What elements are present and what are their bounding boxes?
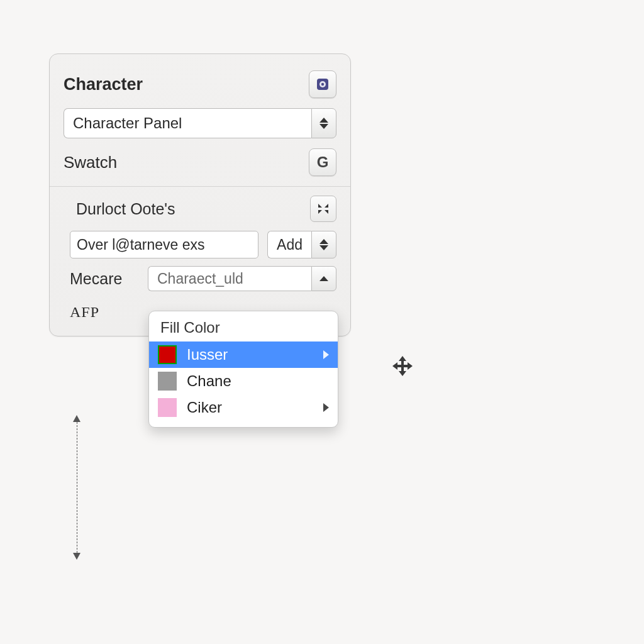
submenu-arrow-icon [323, 403, 329, 412]
popup-item-chane[interactable]: Chane [149, 368, 338, 394]
add-label: Add [267, 231, 311, 258]
character-panel: Character Character Panel Swatch G Durlo… [49, 53, 351, 336]
section2-row: Durloct Oote's [50, 191, 350, 227]
mecare-select[interactable]: Charaect_uld [148, 266, 336, 291]
svg-marker-4 [325, 204, 328, 208]
popup-item-label: Iusser [187, 346, 228, 364]
fill-color-popup: Fill Color Iusser Chane Ciker [148, 311, 338, 428]
popup-item-ciker[interactable]: Ciker [149, 394, 338, 421]
swatch-row: Swatch G [50, 143, 350, 181]
swatch-button[interactable]: G [309, 148, 336, 176]
popup-item-iusser[interactable]: Iusser [149, 341, 338, 368]
arrow-up-icon [73, 415, 80, 422]
panel-header-row: Character [50, 65, 350, 103]
panel-title: Character [64, 75, 309, 94]
swatch-label: Swatch [64, 153, 309, 172]
mecare-select-value: Charaect_uld [148, 266, 311, 291]
character-select-value: Character Panel [64, 108, 311, 138]
popup-item-label: Ciker [187, 399, 222, 416]
mecare-stepper[interactable] [311, 266, 336, 291]
chevron-up-icon [319, 239, 328, 244]
swatch-gray-icon [158, 372, 177, 391]
add-stepper[interactable]: Add [267, 231, 336, 258]
svg-point-2 [321, 83, 324, 86]
submenu-arrow-icon [323, 350, 329, 359]
mecare-row: Mecare Charaect_uld [50, 262, 350, 295]
collapse-icon [317, 203, 330, 215]
mecare-label: Mecare [70, 270, 139, 288]
over-row: Over l@tarneve exs Add [50, 227, 350, 262]
svg-marker-6 [325, 210, 328, 214]
swatch-red-icon [158, 345, 177, 364]
section2-label: Durloct Oote's [70, 200, 310, 218]
popup-item-label: Chane [187, 372, 231, 390]
camera-icon [315, 77, 330, 92]
panel-menu-button[interactable] [309, 70, 336, 98]
character-select-row: Character Panel [50, 103, 350, 143]
resize-shaft [77, 422, 77, 553]
over-input[interactable]: Over l@tarneve exs [70, 231, 258, 258]
arrow-down-icon [73, 553, 80, 560]
chevron-down-icon [319, 245, 328, 250]
move-cursor-icon [390, 353, 415, 379]
character-select-stepper[interactable] [311, 108, 336, 138]
vertical-resize-indicator[interactable] [72, 415, 82, 560]
panel-divider [50, 186, 350, 187]
svg-marker-5 [318, 210, 322, 214]
chevron-up-icon [319, 276, 328, 281]
swatch-pink-icon [158, 398, 177, 417]
collapse-button[interactable] [310, 196, 336, 222]
popup-title: Fill Color [149, 316, 338, 341]
character-select[interactable]: Character Panel [64, 108, 336, 138]
add-stepper-buttons[interactable] [311, 231, 336, 258]
chevron-down-icon [319, 124, 328, 129]
letter-g-icon: G [317, 153, 329, 171]
chevron-up-icon [319, 118, 328, 123]
svg-marker-3 [318, 204, 322, 208]
